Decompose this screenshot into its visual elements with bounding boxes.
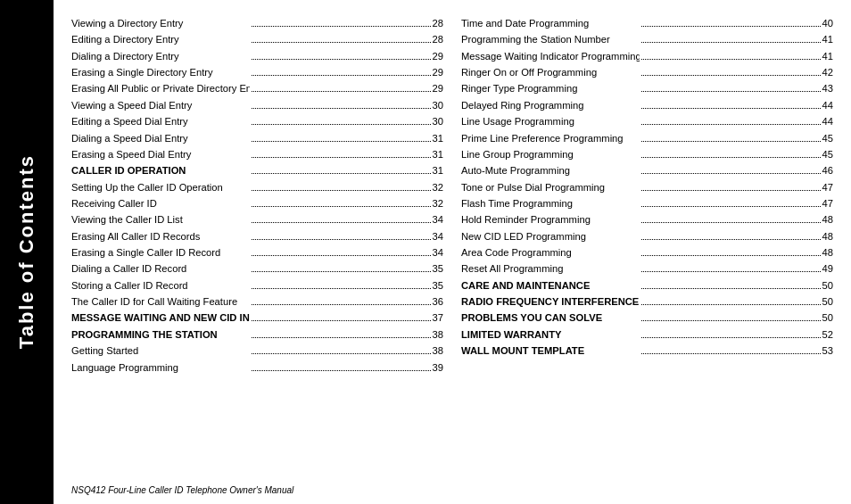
entry-page: 31 bbox=[433, 163, 443, 178]
footer: NSQ412 Four-Line Caller ID Telephone Own… bbox=[71, 485, 833, 495]
entry-text: Prime Line Preference Programming bbox=[461, 131, 640, 146]
entry-text: Delayed Ring Programming bbox=[461, 98, 640, 113]
toc-entry: Storing a Caller ID Record35 bbox=[71, 278, 443, 293]
entry-text: Erasing a Single Caller ID Record bbox=[71, 245, 250, 260]
entry-text: Auto-Mute Programming bbox=[461, 163, 640, 178]
entry-dots bbox=[641, 75, 820, 76]
entry-page: 42 bbox=[822, 65, 833, 80]
entry-page: 31 bbox=[433, 131, 443, 146]
toc-entry: Erasing a Single Directory Entry29 bbox=[71, 65, 443, 80]
entry-text: Viewing the Caller ID List bbox=[71, 212, 250, 227]
toc-entry: PROGRAMMING THE STATION38 bbox=[71, 327, 443, 343]
entry-page: 34 bbox=[433, 212, 443, 227]
entry-text: Ringer Type Programming bbox=[461, 81, 640, 96]
entry-text: RADIO FREQUENCY INTERFERENCE bbox=[461, 294, 640, 310]
entry-text: Dialing a Caller ID Record bbox=[71, 261, 250, 277]
entry-page: 48 bbox=[822, 212, 833, 227]
entry-page: 36 bbox=[433, 294, 443, 310]
entry-dots bbox=[641, 108, 820, 109]
entry-text: Programming the Station Number bbox=[461, 32, 640, 47]
entry-page: 29 bbox=[433, 65, 443, 80]
entry-page: 32 bbox=[433, 180, 443, 195]
entry-dots bbox=[252, 206, 430, 207]
entry-page: 53 bbox=[822, 343, 833, 359]
toc-entry: Receiving Caller ID32 bbox=[71, 196, 443, 211]
sidebar-title: Table of Contents bbox=[15, 154, 38, 349]
entry-dots bbox=[641, 206, 820, 207]
entry-page: 49 bbox=[822, 261, 833, 277]
entry-dots bbox=[641, 337, 820, 338]
entry-page: 47 bbox=[822, 180, 833, 195]
toc-entry: Auto-Mute Programming46 bbox=[461, 163, 833, 178]
toc-entry: Line Group Programming45 bbox=[461, 147, 833, 162]
entry-text: Flash Time Programming bbox=[461, 196, 640, 211]
entry-page: 34 bbox=[433, 229, 443, 244]
entry-page: 43 bbox=[822, 81, 833, 96]
content: Viewing a Directory Entry28Editing a Dir… bbox=[54, 0, 851, 504]
entry-text: Editing a Speed Dial Entry bbox=[71, 114, 250, 129]
entry-dots bbox=[641, 141, 820, 142]
entry-dots bbox=[252, 370, 430, 371]
entry-text: Area Code Programming bbox=[461, 245, 640, 260]
entry-text: MESSAGE WAITING AND NEW CID INDICATION bbox=[71, 310, 250, 326]
sidebar: Table of Contents bbox=[0, 0, 54, 504]
entry-dots bbox=[252, 108, 430, 109]
entry-page: 37 bbox=[433, 310, 443, 326]
entry-text: Dialing a Directory Entry bbox=[71, 49, 250, 64]
entry-page: 35 bbox=[433, 278, 443, 293]
entry-text: Erasing All Public or Private Directory … bbox=[71, 81, 250, 96]
entry-dots bbox=[252, 239, 430, 240]
entry-page: 38 bbox=[433, 327, 443, 343]
entry-dots bbox=[641, 320, 820, 321]
toc-entry: Hold Reminder Programming48 bbox=[461, 212, 833, 227]
entry-page: 40 bbox=[822, 16, 833, 31]
toc-entry: Erasing a Single Caller ID Record34 bbox=[71, 245, 443, 260]
entry-text: WALL MOUNT TEMPLATE bbox=[461, 343, 640, 359]
left-column: Viewing a Directory Entry28Editing a Dir… bbox=[71, 16, 443, 478]
toc-entry: Delayed Ring Programming44 bbox=[461, 98, 833, 113]
entry-dots bbox=[252, 141, 430, 142]
entry-page: 41 bbox=[822, 49, 833, 64]
entry-page: 48 bbox=[822, 229, 833, 244]
entry-page: 34 bbox=[433, 245, 443, 260]
entry-dots bbox=[252, 255, 430, 256]
entry-text: LIMITED WARRANTY bbox=[461, 327, 640, 343]
entry-dots bbox=[641, 173, 820, 174]
toc-entry: Area Code Programming48 bbox=[461, 245, 833, 260]
toc-entry: Reset All Programming49 bbox=[461, 261, 833, 277]
entry-dots bbox=[252, 59, 430, 60]
entry-dots bbox=[252, 157, 430, 158]
entry-dots bbox=[641, 222, 820, 223]
entry-text: Editing a Directory Entry bbox=[71, 32, 250, 47]
toc-entry: Tone or Pulse Dial Programming47 bbox=[461, 180, 833, 195]
toc-entry: Flash Time Programming47 bbox=[461, 196, 833, 211]
entry-text: Hold Reminder Programming bbox=[461, 212, 640, 227]
entry-dots bbox=[641, 255, 820, 256]
toc-entry: MESSAGE WAITING AND NEW CID INDICATION37 bbox=[71, 310, 443, 326]
entry-text: Erasing a Speed Dial Entry bbox=[71, 147, 250, 162]
entry-text: Reset All Programming bbox=[461, 261, 640, 277]
toc-entry: Dialing a Directory Entry29 bbox=[71, 49, 443, 64]
entry-dots bbox=[641, 288, 820, 289]
toc-entry: PROBLEMS YOU CAN SOLVE50 bbox=[461, 310, 833, 326]
entry-dots bbox=[641, 59, 820, 60]
entry-dots bbox=[252, 222, 430, 223]
entry-text: The Caller ID for Call Waiting Feature bbox=[71, 294, 250, 310]
entry-page: 48 bbox=[822, 245, 833, 260]
entry-page: 30 bbox=[433, 114, 443, 129]
entry-dots bbox=[641, 239, 820, 240]
entry-page: 44 bbox=[822, 114, 833, 129]
entry-dots bbox=[641, 42, 820, 43]
toc-entry: LIMITED WARRANTY52 bbox=[461, 327, 833, 343]
toc-entry: CARE AND MAINTENANCE50 bbox=[461, 278, 833, 293]
toc-entry: Erasing a Speed Dial Entry31 bbox=[71, 147, 443, 162]
toc-entry: Message Waiting Indicator Programming41 bbox=[461, 49, 833, 64]
entry-text: Dialing a Speed Dial Entry bbox=[71, 131, 250, 146]
entry-dots bbox=[641, 271, 820, 272]
toc-entry: Ringer Type Programming43 bbox=[461, 81, 833, 96]
toc-entry: Dialing a Caller ID Record35 bbox=[71, 261, 443, 277]
entry-page: 45 bbox=[822, 131, 833, 146]
toc-entry: Viewing a Directory Entry28 bbox=[71, 16, 443, 31]
entry-dots bbox=[641, 190, 820, 191]
entry-page: 39 bbox=[433, 360, 443, 376]
